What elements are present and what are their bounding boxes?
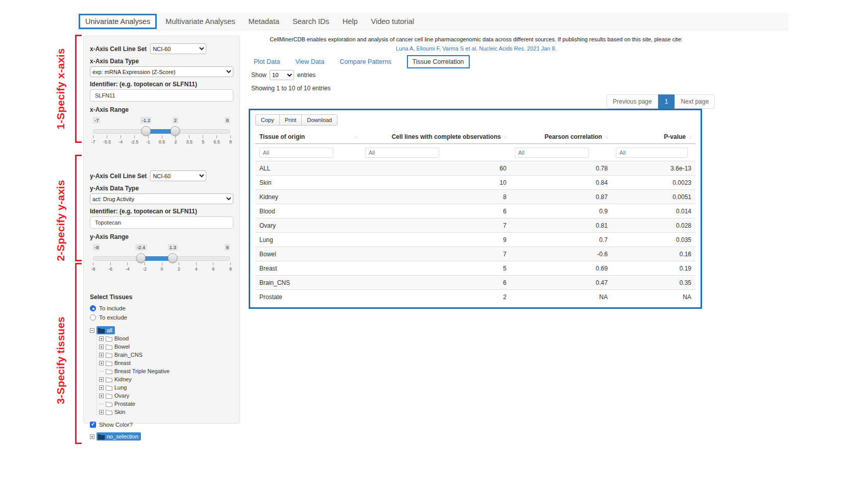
y-cell-line-set-select[interactable]: NCI-60 bbox=[150, 170, 206, 181]
filter-pvalue-input[interactable] bbox=[616, 148, 687, 158]
print-button[interactable]: Print bbox=[279, 114, 302, 126]
result-tab[interactable]: Plot Data bbox=[254, 58, 280, 65]
tissue-tree-item[interactable]: + Breast bbox=[99, 359, 233, 367]
table-row[interactable]: Breast 5 0.69 0.19 bbox=[255, 261, 695, 276]
tissue-tree-item[interactable]: Breast Triple Negative bbox=[99, 367, 233, 375]
tissue-tree-item[interactable]: + Lung bbox=[99, 383, 233, 392]
table-row[interactable]: Blood 6 0.9 0.014 bbox=[255, 204, 695, 218]
result-tabs: Plot Data View Data Compare Patterns Tis… bbox=[254, 55, 470, 68]
to-exclude-option[interactable]: To exclude bbox=[90, 313, 233, 322]
slider-handle-from[interactable] bbox=[141, 126, 151, 136]
slider-tick: 5 bbox=[203, 135, 203, 138]
tissue-tree-root[interactable]: − all bbox=[90, 326, 233, 334]
download-button[interactable]: Download bbox=[301, 114, 337, 126]
expand-toggle-icon[interactable]: + bbox=[99, 353, 104, 357]
tissue-tree-item-label: Brain_CNS bbox=[114, 352, 142, 358]
to-include-radio[interactable] bbox=[90, 305, 96, 311]
slider-tick-label: 0 bbox=[160, 266, 163, 272]
copy-button[interactable]: Copy bbox=[255, 114, 280, 126]
expand-toggle-icon[interactable]: + bbox=[99, 410, 104, 414]
previous-page-button[interactable]: Previous page bbox=[607, 94, 658, 109]
slider-tick-label: -2.5 bbox=[130, 139, 138, 144]
page-length-select[interactable]: 10 bbox=[270, 70, 294, 80]
expand-toggle-icon[interactable]: + bbox=[99, 336, 104, 341]
slider-tick: 0 bbox=[162, 262, 162, 265]
y-data-type-select[interactable]: act: Drug Activity bbox=[90, 193, 233, 204]
slider-tick: -6 bbox=[110, 262, 111, 265]
y-range-slider[interactable]: -8 8 -2.4 1.3 -8-6-4-202468 bbox=[93, 252, 230, 281]
column-header-cell-lines[interactable]: Cell lines with complete observations bbox=[361, 130, 511, 144]
next-page-button[interactable]: Next page bbox=[674, 94, 715, 109]
slider-handle-from[interactable] bbox=[136, 253, 146, 263]
table-row[interactable]: Brain_CNS 6 0.47 0.35 bbox=[255, 276, 695, 290]
expand-toggle-icon[interactable]: + bbox=[99, 361, 104, 365]
table-row[interactable]: Lung 9 0.7 0.035 bbox=[255, 233, 695, 247]
tissue-tree-item[interactable]: Prostate bbox=[99, 400, 233, 408]
expand-toggle-icon[interactable]: + bbox=[99, 385, 104, 390]
folder-icon bbox=[98, 434, 105, 440]
x-range-slider[interactable]: -7 8 -1.2 2 -7-5.5-4-2.5-10.523.556.58 bbox=[93, 125, 230, 154]
no-selection-selected-chip[interactable]: no_selection bbox=[97, 432, 141, 441]
tissue-tree-item[interactable]: + Kidney bbox=[99, 375, 233, 383]
slider-from-value: -2.4 bbox=[135, 244, 147, 251]
nav-item[interactable]: Univariate Analyses bbox=[79, 14, 157, 29]
expand-toggle-icon[interactable]: + bbox=[99, 377, 104, 382]
result-tab[interactable]: View Data bbox=[295, 58, 324, 65]
column-header-pvalue[interactable]: P-value bbox=[612, 130, 695, 144]
show-color-option[interactable]: Show Color? bbox=[90, 420, 233, 429]
tissue-tree-item[interactable]: + Skin bbox=[99, 408, 233, 416]
expand-toggle-icon[interactable]: + bbox=[99, 394, 104, 398]
table-row[interactable]: Ovary 7 0.81 0.028 bbox=[255, 218, 695, 233]
column-header-tissue[interactable]: Tissue of origin bbox=[255, 130, 361, 144]
expand-toggle-icon[interactable]: + bbox=[90, 434, 94, 439]
tissue-tree-item[interactable]: + Brain_CNS bbox=[99, 351, 233, 359]
y-range-label: y-Axis Range bbox=[90, 233, 233, 240]
to-include-option[interactable]: To include bbox=[90, 304, 233, 313]
tissue-tree-item[interactable]: + Ovary bbox=[99, 392, 233, 400]
table-filter-row bbox=[255, 144, 695, 161]
x-cell-line-set-select[interactable]: NCI-60 bbox=[150, 43, 206, 54]
slider-handle-to[interactable] bbox=[171, 126, 180, 136]
tissue-tree-item[interactable]: + Blood bbox=[99, 334, 233, 343]
collapse-toggle-icon[interactable]: − bbox=[90, 328, 94, 333]
slider-handle-to[interactable] bbox=[168, 253, 178, 263]
nav-item[interactable]: Video tutorial bbox=[365, 14, 421, 29]
tissue-tree-item[interactable]: + Bowel bbox=[99, 343, 233, 351]
sort-icon[interactable] bbox=[503, 134, 507, 140]
column-header-pearson[interactable]: Pearson correlation bbox=[511, 130, 612, 144]
table-row[interactable]: Prostate 2 NA NA bbox=[255, 290, 695, 304]
nav-item[interactable]: Help bbox=[336, 14, 365, 29]
sort-icon[interactable] bbox=[688, 134, 691, 140]
table-row[interactable]: Kidney 8 0.87 0.0051 bbox=[255, 190, 695, 204]
x-identifier-input[interactable] bbox=[90, 89, 233, 102]
y-identifier-input[interactable] bbox=[90, 216, 233, 229]
expand-toggle-icon[interactable]: + bbox=[99, 345, 104, 349]
table-row[interactable]: Bowel 7 -0.6 0.16 bbox=[255, 247, 695, 261]
x-data-type-select[interactable]: exp: mRNA Expression (Z-Score) bbox=[90, 66, 233, 77]
citation-link[interactable]: Luna A, Elloumi F, Varma S et al. Nuclei… bbox=[250, 45, 702, 53]
slider-tick-label: 2 bbox=[178, 266, 180, 272]
nav-item[interactable]: Metadata bbox=[242, 14, 286, 29]
annotation-bracket-y-axis bbox=[75, 155, 82, 261]
slider-tick-label: 0.5 bbox=[159, 139, 165, 144]
tissue-tree-item-label: Bowel bbox=[114, 344, 130, 350]
annotation-step1-label: 1-Specify x-axis bbox=[55, 30, 67, 148]
to-exclude-radio[interactable] bbox=[90, 314, 96, 321]
current-page-button[interactable]: 1 bbox=[658, 94, 675, 109]
sort-icon[interactable] bbox=[354, 134, 357, 140]
filter-pearson-input[interactable] bbox=[515, 148, 589, 158]
filter-tissue-input[interactable] bbox=[259, 148, 333, 158]
result-tab[interactable]: Compare Patterns bbox=[340, 58, 391, 65]
table-row[interactable]: ALL 60 0.78 3.6e-13 bbox=[255, 161, 695, 176]
nav-item[interactable]: Multivariate Analyses bbox=[159, 14, 242, 29]
no-selection-node[interactable]: + no_selection bbox=[90, 432, 233, 441]
table-row[interactable]: Skin 10 0.84 0.0023 bbox=[255, 176, 695, 190]
show-color-checkbox[interactable] bbox=[90, 422, 96, 428]
y-identifier-label: Identifier: (e.g. topotecan or SLFN11) bbox=[90, 208, 233, 215]
nav-item[interactable]: Search IDs bbox=[286, 14, 336, 29]
result-tab[interactable]: Tissue Correlation bbox=[407, 55, 470, 68]
filter-cell-lines-input[interactable] bbox=[365, 148, 439, 158]
tree-root-selected-chip[interactable]: all bbox=[97, 326, 115, 334]
sort-icon[interactable] bbox=[605, 134, 608, 140]
show-color-label: Show Color? bbox=[99, 422, 133, 428]
